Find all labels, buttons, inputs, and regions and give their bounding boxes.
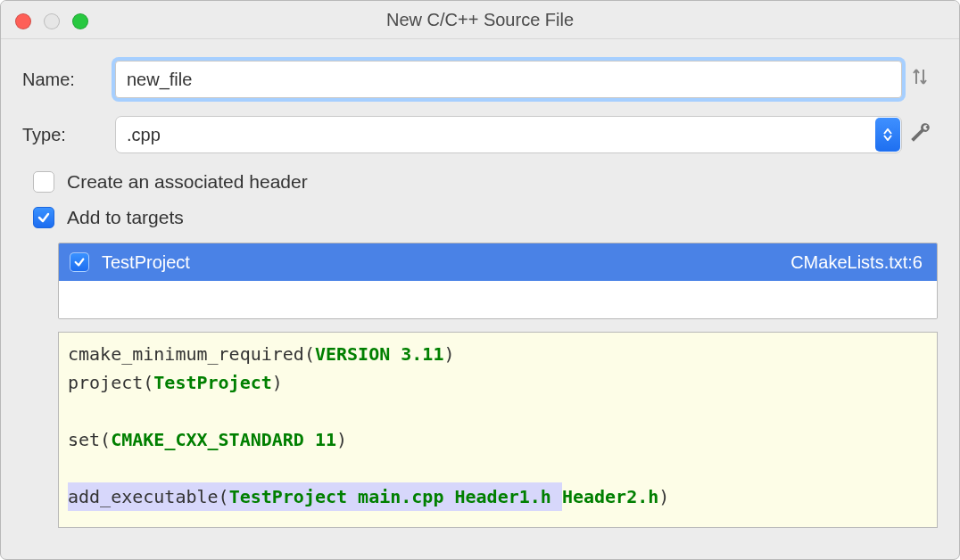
add-targets-row: Add to targets (33, 207, 938, 228)
close-button[interactable] (15, 13, 31, 29)
type-select[interactable]: .cpp (115, 116, 902, 153)
maximize-button[interactable] (72, 13, 88, 29)
name-input[interactable] (115, 61, 902, 98)
code-line: add_executable(TestProject main.cpp Head… (68, 482, 928, 511)
create-header-row: Create an associated header (33, 171, 938, 193)
code-line: project(TestProject) (68, 368, 928, 397)
target-row[interactable]: TestProject CMakeLists.txt:6 (59, 243, 937, 281)
name-row: Name: (22, 61, 938, 98)
code-line (68, 397, 928, 425)
create-header-checkbox[interactable] (33, 171, 54, 193)
settings-wrench-button[interactable] (902, 121, 938, 149)
code-line: cmake_minimum_required(VERSION 3.11) (68, 340, 928, 368)
code-preview: cmake_minimum_required(VERSION 3.11) pro… (58, 332, 938, 528)
target-name: TestProject (102, 252, 190, 273)
target-location: CMakeLists.txt:6 (790, 252, 923, 273)
targets-list: TestProject CMakeLists.txt:6 (58, 243, 938, 319)
type-row: Type: .cpp (22, 116, 938, 153)
sort-icon-button[interactable] (902, 66, 938, 93)
target-checkbox[interactable] (70, 252, 89, 272)
code-line (68, 454, 928, 482)
type-select-wrap: .cpp (115, 116, 902, 153)
titlebar: New C/C++ Source File (1, 1, 959, 39)
name-label: Name: (22, 70, 115, 90)
create-header-label: Create an associated header (67, 171, 308, 193)
dialog-content: Name: Type: .cpp (1, 39, 959, 528)
target-empty-row (59, 281, 937, 318)
code-line: set(CMAKE_CXX_STANDARD 11) (68, 425, 928, 454)
minimize-button[interactable] (44, 13, 60, 29)
dialog-window: New C/C++ Source File Name: Type: .cpp (0, 0, 960, 560)
window-title: New C/C++ Source File (386, 10, 574, 30)
add-targets-checkbox[interactable] (33, 207, 54, 228)
window-controls (15, 13, 88, 29)
type-label: Type: (22, 125, 115, 145)
add-targets-label: Add to targets (67, 207, 184, 228)
